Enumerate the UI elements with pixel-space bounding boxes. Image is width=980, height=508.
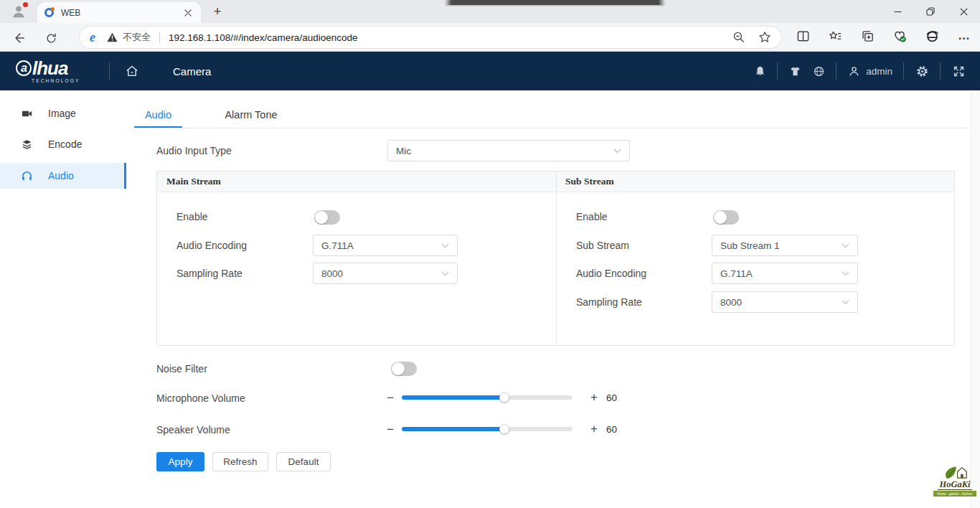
refresh-button[interactable] — [42, 29, 60, 47]
restore-button[interactable] — [914, 0, 947, 23]
notification-bell-icon[interactable] — [753, 64, 767, 78]
slider-handle[interactable] — [499, 392, 509, 403]
speaker-volume-minus-button[interactable]: − — [387, 424, 394, 435]
collections-icon[interactable] — [860, 29, 875, 43]
toolbar-actions: … — [796, 29, 971, 43]
mic-volume-minus-button[interactable]: − — [387, 392, 394, 403]
ie-mode-icon[interactable] — [925, 29, 939, 43]
security-status-text[interactable]: 不安全 — [123, 31, 151, 44]
watermark-logo: HoGaKi Home - garden - kitchen — [932, 466, 978, 503]
sidebar: Image Encode Audio — [0, 90, 126, 508]
sub-stream-select[interactable]: Sub Stream 1 — [712, 235, 858, 256]
mic-volume-plus-button[interactable]: + — [590, 392, 598, 403]
sub-audio-encoding-label: Audio Encoding — [576, 268, 646, 280]
header-divider — [777, 62, 778, 80]
sidebar-item-image[interactable]: Image — [0, 100, 126, 126]
tabs-divider — [134, 128, 969, 128]
user-icon[interactable] — [847, 64, 861, 78]
apply-button[interactable]: Apply — [156, 452, 204, 471]
header-divider — [903, 62, 904, 80]
address-bar[interactable]: e 不安全 192.168.1.108/#/index/camera/audio… — [79, 26, 782, 49]
speaker-volume-slider[interactable] — [402, 427, 573, 431]
tab-title: WEB — [61, 8, 182, 18]
watermark-name: HoGaKi — [938, 480, 971, 490]
logged-in-user[interactable]: admin — [866, 66, 892, 77]
active-item-indicator — [124, 163, 126, 189]
sidebar-item-label: Encode — [48, 138, 82, 150]
sidebar-item-label: Image — [48, 108, 76, 119]
main-sampling-rate-label: Sampling Rate — [176, 268, 242, 280]
panel-column-divider — [556, 171, 557, 346]
page-title: Camera — [173, 65, 211, 77]
sub-sampling-rate-label: Sampling Rate — [576, 296, 642, 309]
browser-profile-button[interactable] — [6, 2, 32, 21]
main-enable-label: Enable — [176, 211, 208, 223]
sub-audio-encoding-select[interactable]: G.711A — [712, 263, 858, 284]
back-button[interactable] — [10, 29, 29, 47]
home-icon — [125, 64, 139, 78]
audio-input-type-select[interactable]: Mic — [387, 140, 630, 161]
browser-essentials-icon[interactable] — [892, 29, 907, 43]
header-divider — [836, 62, 837, 80]
close-button[interactable] — [947, 0, 980, 23]
chevron-down-icon — [441, 271, 449, 276]
tab-audio[interactable]: Audio — [134, 109, 182, 121]
dahua-logo-circle-a: a — [16, 60, 32, 76]
browser-tab[interactable]: WEB — [37, 2, 201, 23]
new-tab-button[interactable]: + — [208, 2, 227, 21]
tab-close-icon[interactable] — [182, 7, 194, 19]
warning-icon — [107, 32, 118, 42]
speaker-volume-plus-button[interactable]: + — [590, 423, 598, 434]
window-controls — [881, 0, 980, 23]
main-enable-toggle[interactable] — [314, 210, 340, 225]
address-divider — [159, 32, 160, 43]
mic-volume-value: 60 — [606, 392, 617, 403]
chevron-down-icon — [842, 300, 849, 305]
speaker-volume-value: 60 — [606, 424, 617, 435]
video-camera-icon — [20, 107, 33, 120]
minimize-icon — [894, 8, 902, 16]
favorite-star-icon[interactable] — [758, 31, 771, 44]
fullscreen-icon[interactable] — [951, 64, 966, 78]
main-audio-encoding-select[interactable]: G.711A — [313, 235, 458, 256]
settings-gear-icon[interactable] — [915, 64, 929, 78]
theme-shirt-icon[interactable] — [788, 64, 802, 78]
noise-filter-toggle[interactable] — [391, 362, 417, 376]
browser-window: WEB + — [0, 0, 980, 508]
app-header: alhua TECHNOLOGY Camera — [0, 52, 980, 90]
browser-toolbar: e 不安全 192.168.1.108/#/index/camera/audio… — [0, 23, 980, 52]
mic-volume-slider[interactable] — [402, 395, 573, 400]
headphones-icon — [20, 169, 33, 182]
home-button[interactable] — [124, 63, 140, 79]
language-globe-icon[interactable] — [811, 64, 826, 78]
dahua-logo[interactable]: alhua TECHNOLOGY — [16, 59, 90, 83]
header-actions: admin — [753, 62, 966, 80]
default-button[interactable]: Default — [276, 452, 331, 471]
sidebar-item-label: Audio — [48, 170, 74, 182]
tab-favicon — [44, 8, 54, 17]
tab-alarm-tone[interactable]: Alarm Tone — [215, 109, 287, 121]
sub-sampling-rate-select[interactable]: 8000 — [712, 291, 858, 313]
slider-handle[interactable] — [499, 424, 509, 434]
minimize-button[interactable] — [881, 0, 914, 23]
sidebar-item-encode[interactable]: Encode — [0, 131, 126, 157]
sub-stream-label: Sub Stream — [576, 240, 629, 252]
main-stream-header: Main Stream — [157, 171, 556, 192]
page-scrollbar[interactable] — [971, 90, 980, 508]
audio-input-type-label: Audio Input Type — [156, 145, 232, 157]
screen-overlay-artifact — [445, 0, 665, 5]
url-text[interactable]: 192.168.1.108/#/index/camera/audioencode — [169, 32, 725, 43]
favorites-bar-icon[interactable] — [828, 29, 842, 43]
sidebar-item-audio[interactable]: Audio — [0, 163, 126, 189]
zoom-out-icon[interactable] — [732, 31, 745, 44]
slider-fill — [402, 427, 504, 431]
chevron-down-icon — [441, 243, 449, 248]
site-ie-icon: e — [90, 31, 95, 44]
split-screen-icon[interactable] — [796, 29, 810, 43]
main-sampling-rate-select[interactable]: 8000 — [313, 263, 458, 284]
noise-filter-label: Noise Filter — [156, 363, 207, 375]
more-menu-icon[interactable]: … — [957, 29, 971, 43]
close-icon — [960, 8, 968, 16]
sub-enable-toggle[interactable] — [713, 210, 739, 225]
refresh-button-form[interactable]: Refresh — [212, 452, 268, 471]
